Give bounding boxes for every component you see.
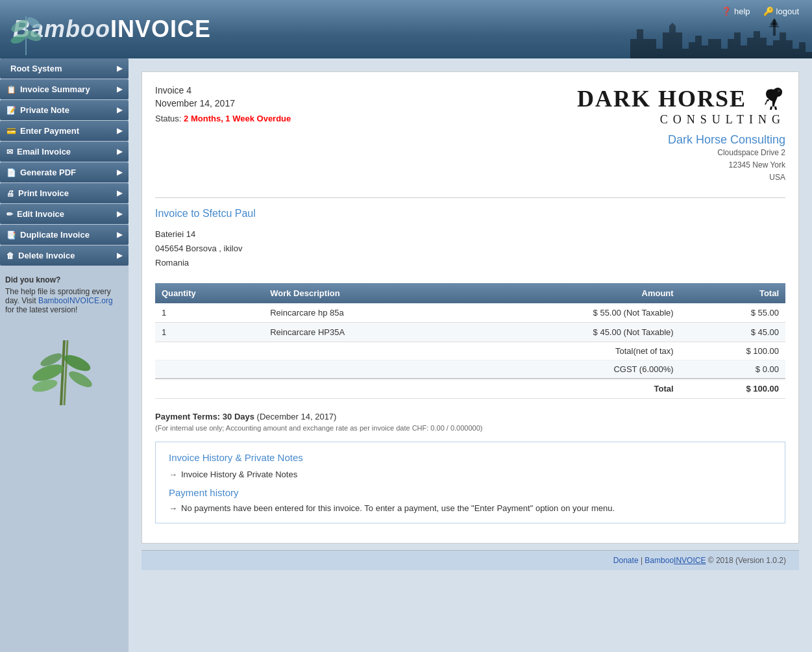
invoice-date: November 14, 2017 <box>155 98 291 108</box>
payment-terms-date: (December 14, 2017) <box>257 412 337 421</box>
internal-note: (For internal use only; Accounting amoun… <box>155 424 785 432</box>
company-name-link[interactable]: Dark Horse Consulting <box>577 133 785 147</box>
arrow-icon-7: ▶ <box>117 189 122 197</box>
logout-icon: 🔑 <box>763 6 774 16</box>
edit-invoice-icon: ✏ <box>6 210 13 219</box>
arrow-icon-10: ▶ <box>117 251 122 260</box>
generate-pdf-icon: 📄 <box>6 168 16 177</box>
sidebar-item-email-invoice[interactable]: ✉ Email Invoice ▶ <box>0 142 129 162</box>
total-row: Total $ 100.00 <box>155 379 785 399</box>
client-address-line1: Bateriei 14 <box>155 227 785 242</box>
col-work-description: Work Description <box>264 283 465 303</box>
col-amount: Amount <box>465 283 680 303</box>
svg-point-14 <box>67 368 95 390</box>
private-note-icon: 📝 <box>6 106 16 115</box>
page-header: BambooINVOICE ❓ help 🔑 logout <box>0 0 812 58</box>
page-footer: Donate | BambooINVOICE © 2018 (Version 1… <box>141 550 799 570</box>
arrow-icon-9: ▶ <box>117 231 122 239</box>
cgst-label: CGST (6.000%) <box>465 360 680 379</box>
arrow-right-icon-2: → <box>169 503 177 513</box>
svg-marker-5 <box>617 23 812 58</box>
invoice-number: Invoice 4 <box>155 85 291 95</box>
sidebar-item-invoice-summary[interactable]: 📋 Invoice Summary ▶ <box>0 79 129 99</box>
enter-payment-icon: 💳 <box>6 127 16 136</box>
main-content: Invoice 4 November 14, 2017 Status: 2 Mo… <box>129 58 812 652</box>
invoice-summary-icon: 📋 <box>6 85 16 94</box>
payment-terms-label: Payment Terms: <box>155 412 220 421</box>
skyline-icon <box>617 13 812 58</box>
help-link[interactable]: ❓ help <box>721 6 750 16</box>
invoice-meta: Invoice 4 November 14, 2017 Status: 2 Mo… <box>155 85 291 123</box>
arrow-icon-5: ▶ <box>117 147 122 156</box>
sidebar-item-delete-invoice[interactable]: 🗑 Delete Invoice ▶ <box>0 245 129 266</box>
arrow-icon-8: ▶ <box>117 210 122 218</box>
arrow-icon-3: ▶ <box>117 106 122 114</box>
company-address-line1: Cloudspace Drive 2 <box>577 147 785 159</box>
row1-total: $ 55.00 <box>680 303 785 323</box>
table-row: 1 Reincarcare HP35A $ 45.00 (Not Taxable… <box>155 322 785 342</box>
sidebar-item-edit-invoice[interactable]: ✏ Edit Invoice ▶ <box>0 204 129 224</box>
table-header: Quantity Work Description Amount Total <box>155 283 785 303</box>
invoice-to-address: Bateriei 14 045654 Borsova , ikilov Roma… <box>155 227 785 270</box>
sidebar-item-enter-payment[interactable]: 💳 Enter Payment ▶ <box>0 121 129 141</box>
bamboo-plant-icon <box>25 327 103 405</box>
sidebar-bamboo-decoration <box>0 327 129 407</box>
sidebar: Root System ▶ 📋 Invoice Summary ▶ 📝 Priv… <box>0 58 129 652</box>
invoice-status: Status: 2 Months, 1 Week Overdue <box>155 114 291 123</box>
arrow-icon: ▶ <box>117 64 122 73</box>
payment-terms: Payment Terms: 30 Days (December 14, 201… <box>155 412 785 421</box>
client-address-line3: Romania <box>155 256 785 270</box>
sidebar-item-generate-pdf[interactable]: 📄 Generate PDF ▶ <box>0 162 129 182</box>
bamboo-leaves-icon <box>6 3 45 55</box>
arrow-icon-4: ▶ <box>117 127 122 135</box>
history-item-text: Invoice History & Private Notes <box>181 470 297 479</box>
company-address-line2: 12345 New York <box>577 159 785 171</box>
cgst-value: $ 0.00 <box>680 360 785 379</box>
company-address: Cloudspace Drive 2 12345 New York USA <box>577 147 785 184</box>
history-box: Invoice History & Private Notes → Invoic… <box>155 442 785 523</box>
payment-history-item: → No payments have been entered for this… <box>169 503 772 513</box>
logout-link[interactable]: 🔑 logout <box>763 6 799 16</box>
did-you-know-title: Did you know? <box>5 275 123 284</box>
row1-description: Reincarcare hp 85a <box>264 303 465 323</box>
logo-invoice: INVOICE <box>110 16 211 42</box>
payment-history-title: Payment history <box>169 487 772 498</box>
total-value: $ 100.00 <box>680 379 785 399</box>
bamboo-invoice-footer-link[interactable]: BambooINVOICE <box>645 556 707 565</box>
status-label: Status: <box>155 114 181 123</box>
footer-invoice: INVOICE <box>674 556 706 565</box>
donate-link[interactable]: Donate <box>613 556 639 565</box>
arrow-right-icon: → <box>169 470 177 479</box>
summary-row-net: Total(net of tax) $ 100.00 <box>155 342 785 360</box>
sidebar-item-duplicate-invoice[interactable]: 📑 Duplicate Invoice ▶ <box>0 225 129 245</box>
status-overdue: 2 Months, 1 Week Overdue <box>184 114 291 123</box>
table-body: 1 Reincarcare hp 85a $ 55.00 (Not Taxabl… <box>155 303 785 399</box>
row2-amount: $ 45.00 (Not Taxable) <box>465 322 680 342</box>
row1-amount: $ 55.00 (Not Taxable) <box>465 303 680 323</box>
history-title: Invoice History & Private Notes <box>169 452 772 463</box>
print-invoice-icon: 🖨 <box>6 189 14 198</box>
invoice-to-title: Invoice to Sfetcu Paul <box>155 208 785 219</box>
sidebar-item-private-note[interactable]: 📝 Private Note ▶ <box>0 100 129 120</box>
row2-description: Reincarcare HP35A <box>264 322 465 342</box>
footer-copyright: © 2018 (Version 1.0.2) <box>708 556 786 565</box>
row2-quantity: 1 <box>155 322 264 342</box>
sidebar-item-print-invoice[interactable]: 🖨 Print Invoice ▶ <box>0 183 129 203</box>
col-quantity: Quantity <box>155 283 264 303</box>
history-item: → Invoice History & Private Notes <box>169 470 772 479</box>
col-total: Total <box>680 283 785 303</box>
company-consulting-text: CONSULTING <box>660 113 785 127</box>
delete-invoice-icon: 🗑 <box>6 251 14 260</box>
svg-point-16 <box>778 90 780 92</box>
table-row: 1 Reincarcare hp 85a $ 55.00 (Not Taxabl… <box>155 303 785 323</box>
row1-quantity: 1 <box>155 303 264 323</box>
summary-row-cgst: CGST (6.000%) $ 0.00 <box>155 360 785 379</box>
email-invoice-icon: ✉ <box>6 147 13 157</box>
bamboo-link[interactable]: BambooINVOICE.org <box>38 296 113 305</box>
company-logo: DARK HORSE CONSU <box>577 85 785 184</box>
help-icon: ❓ <box>721 6 732 16</box>
svg-point-4 <box>25 15 43 31</box>
did-you-know-text: The help file is sprouting every day. Vi… <box>5 287 113 314</box>
sidebar-item-root-system[interactable]: Root System ▶ <box>0 58 129 79</box>
header-actions: ❓ help 🔑 logout <box>721 6 799 16</box>
